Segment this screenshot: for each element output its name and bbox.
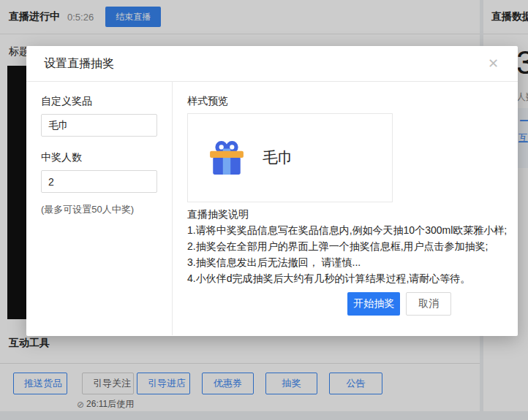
cancel-button[interactable]: 取消 [406,292,451,316]
instructions-title: 直播抽奖说明 [187,206,507,222]
instruction-line-3: 3.抽奖信息发出后无法撤回， 请谨慎... [187,254,507,270]
modal-body: 自定义奖品 中奖人数 (最多可设置50人中奖) 样式预览 [26,82,518,335]
preview-prize-text: 毛巾 [263,148,293,168]
modal-header: 设置直播抽奖 ✕ [26,46,518,82]
start-lottery-button[interactable]: 开始抽奖 [347,292,400,316]
preview-pane: 样式预览 毛巾 直播抽奖说明 1.请将中奖奖品信息写在奖品信息内,例如今天抽10… [173,82,524,335]
instruction-line-1: 1.请将中奖奖品信息写在奖品信息内,例如今天抽10个300ml欧莱雅小样; [187,222,507,238]
lottery-form-pane: 自定义奖品 中奖人数 (最多可设置50人中奖) [26,82,173,335]
winners-hint: (最多可设置50人中奖) [41,203,157,216]
lottery-preview-box: 毛巾 [187,113,393,202]
lottery-setup-modal: 设置直播抽奖 ✕ 自定义奖品 中奖人数 (最多可设置50人中奖) 样式预览 [26,46,518,336]
winners-input[interactable] [41,170,157,193]
winners-label: 中奖人数 [41,150,157,164]
screen: 直播进行中 0:5:26 结束直播 标题 互动工具 推送货品 引导关注 引导进店… [0,0,528,420]
instruction-line-2: 2.抽奖会在全部用户的界面上弹一个抽奖信息框,用户点击参加抽奖; [187,238,507,254]
close-icon[interactable]: ✕ [486,56,500,72]
gift-icon [208,140,245,176]
modal-title: 设置直播抽奖 [44,56,114,72]
instruction-line-4: 4.小伙伴d完成抽奖后大约有几秒的计算结果过程,请耐心等待。 [187,270,507,286]
prize-label: 自定义奖品 [41,93,157,108]
prize-input[interactable] [41,114,157,137]
modal-actions: 开始抽奖 取消 [187,292,507,316]
style-preview-label: 样式预览 [187,93,507,108]
